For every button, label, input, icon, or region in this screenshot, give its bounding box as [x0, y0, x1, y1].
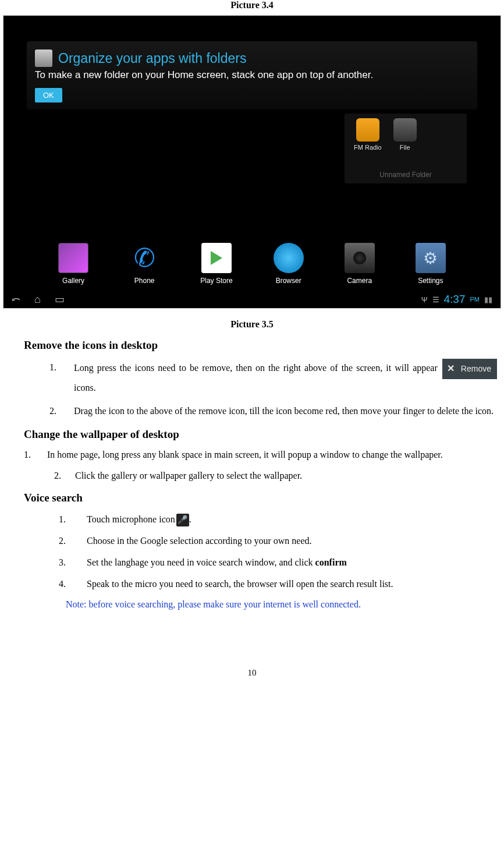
- folder-item-label: File: [400, 144, 410, 151]
- usb-icon: Ψ: [421, 295, 428, 304]
- dock-item-gallery[interactable]: Gallery: [58, 243, 88, 285]
- list-number: 2.: [54, 468, 61, 483]
- camera-icon: [345, 243, 375, 273]
- folder-icon: [35, 50, 52, 67]
- list-item: 1. In home page, long press any blank sp…: [24, 447, 498, 462]
- wallpaper-sublist: 2. Click the gallery or wallpaper galler…: [54, 468, 498, 483]
- list-item: 1. Long press the icons need to be remov…: [49, 359, 498, 397]
- dock-label: Gallery: [62, 277, 84, 285]
- tip-title: Organize your apps with folders: [58, 51, 246, 66]
- phone-icon: ✆: [129, 243, 159, 273]
- list-item: 2. Click the gallery or wallpaper galler…: [54, 468, 498, 483]
- list-number: 4.: [59, 575, 66, 593]
- remove-chip-label: Remove: [461, 361, 491, 377]
- list-text: Drag the icon to the above of the remove…: [74, 406, 494, 416]
- list-number: 2.: [49, 402, 56, 420]
- signal-icon: ▮▮: [484, 295, 492, 304]
- list-text: icons.: [74, 383, 96, 393]
- figure-caption-top: Picture 3.4: [3, 0, 501, 10]
- clock-time: 4:37: [444, 293, 466, 306]
- list-item: 2. Drag the icon to the above of the rem…: [49, 402, 498, 420]
- debug-icon: ☰: [432, 295, 439, 304]
- list-text: Long press the icons need to be remove, …: [74, 363, 441, 373]
- list-number: 1.: [59, 510, 66, 528]
- remove-chip: ✕ Remove: [442, 359, 497, 379]
- list-text: Choose in the Google selection according…: [87, 536, 312, 546]
- dock-item-settings[interactable]: ⚙ Settings: [416, 243, 446, 285]
- voice-list: 1. Touch microphone icon🎤. 2. Choose in …: [59, 510, 498, 593]
- list-number: 1.: [24, 447, 31, 462]
- heading-voice-search: Voice search: [24, 492, 501, 504]
- folder-widget[interactable]: FM Radio File Unnamed Folder: [345, 114, 467, 183]
- list-text: Set the langhage you need in voice searc…: [87, 557, 315, 567]
- list-text: Click the gallery or wallpaper gallery t…: [75, 471, 302, 480]
- list-number: 1.: [49, 359, 56, 376]
- navigation-bar: ⤺ ⌂ ▭ Ψ ☰ 4:37 PM ▮▮: [3, 291, 501, 308]
- list-item: 3. Set the langhage you need in voice se…: [59, 553, 498, 571]
- list-number: 2.: [59, 532, 66, 550]
- file-icon: [393, 118, 417, 142]
- gallery-icon: [58, 243, 88, 273]
- folder-app-fmradio[interactable]: FM Radio: [354, 118, 382, 151]
- status-bar: [3, 16, 501, 24]
- list-text: In home page, long press any blank space…: [47, 450, 443, 459]
- microphone-icon: 🎤: [176, 514, 189, 526]
- list-item: 2. Choose in the Google selection accord…: [59, 532, 498, 550]
- dock-label: Browser: [276, 277, 301, 285]
- heading-change-wallpaper: Change the wallpaper of desktop: [24, 428, 501, 441]
- recent-icon[interactable]: ▭: [55, 293, 65, 306]
- clock-suffix: PM: [470, 296, 480, 303]
- close-icon: ✕: [446, 363, 456, 374]
- dock-label: Play Store: [200, 277, 232, 285]
- folder-name: Unnamed Folder: [349, 167, 462, 179]
- list-number: 3.: [59, 553, 66, 571]
- ok-button[interactable]: OK: [35, 88, 62, 102]
- page-number: 10: [3, 668, 501, 683]
- dock: Gallery ✆ Phone Play Store Browser Camer…: [3, 243, 501, 285]
- voice-note: Note: before voice searching, please mak…: [66, 599, 498, 610]
- settings-icon: ⚙: [416, 243, 446, 273]
- dock-label: Settings: [418, 277, 443, 285]
- dock-item-camera[interactable]: Camera: [345, 243, 375, 285]
- fmradio-icon: [356, 118, 379, 142]
- dock-label: Camera: [347, 277, 372, 285]
- dock-item-browser[interactable]: Browser: [274, 243, 304, 285]
- android-screenshot: Organize your apps with folders To make …: [3, 15, 501, 309]
- remove-list: 1. Long press the icons need to be remov…: [49, 359, 498, 420]
- list-text: Speak to the micro you need to search, t…: [87, 579, 393, 589]
- browser-icon: [274, 243, 304, 273]
- bold-text: confirm: [315, 557, 347, 567]
- tip-body: To make a new folder on your Home screen…: [35, 69, 469, 81]
- wallpaper-list: 1. In home page, long press any blank sp…: [24, 447, 498, 462]
- dock-item-playstore[interactable]: Play Store: [200, 243, 232, 285]
- figure-caption-mid: Picture 3.5: [3, 319, 501, 330]
- folder-app-file[interactable]: File: [393, 118, 417, 151]
- list-item: 1. Touch microphone icon🎤.: [59, 510, 498, 528]
- list-item: 4. Speak to the micro you need to search…: [59, 575, 498, 593]
- list-text: .: [189, 514, 191, 524]
- playstore-icon: [201, 243, 232, 273]
- tip-banner: Organize your apps with folders To make …: [27, 41, 477, 109]
- folder-item-label: FM Radio: [354, 144, 382, 151]
- heading-remove-icons: Remove the icons in desktop: [24, 339, 501, 352]
- back-icon[interactable]: ⤺: [12, 293, 20, 306]
- home-icon[interactable]: ⌂: [34, 294, 41, 306]
- dock-item-phone[interactable]: ✆ Phone: [129, 243, 159, 285]
- dock-label: Phone: [134, 277, 155, 285]
- list-text: Touch microphone icon: [87, 514, 175, 524]
